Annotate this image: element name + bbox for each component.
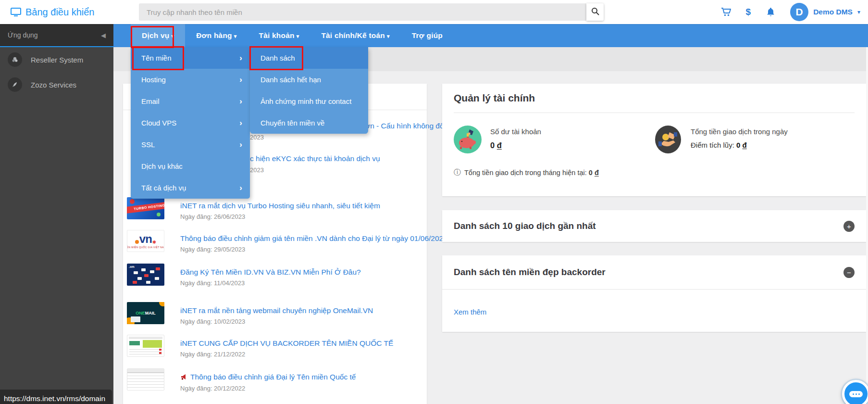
- backorder-card: Danh sách tên miền đẹp backorder − Xem t…: [442, 255, 866, 332]
- backorder-title: Danh sách tên miền đẹp backorder: [454, 267, 606, 278]
- news-title-link[interactable]: iNET ra mắt dịch vụ Turbo Hosting siêu n…: [180, 201, 380, 211]
- zozo-services-icon: [8, 77, 22, 92]
- menu-item-ssl[interactable]: SSL›: [131, 134, 250, 155]
- menu-item-email[interactable]: Email›: [131, 90, 250, 112]
- chevron-right-icon: ›: [239, 54, 242, 62]
- page-title: Bảng điều khiển: [25, 7, 94, 18]
- sidebar-header: Ứng dụng ◀: [0, 24, 113, 47]
- finance-card: Quản lý tài chính: [442, 84, 866, 196]
- minus-icon: −: [847, 269, 851, 276]
- user-name: Demo DMS: [813, 8, 853, 16]
- menu-item-dich-vu-khac[interactable]: Dịch vụ khác: [131, 155, 250, 177]
- collapse-button[interactable]: −: [843, 267, 855, 278]
- sidebar-item-label: Reseller System: [31, 56, 83, 64]
- news-date: Ngày đăng: 10/02/2023: [180, 318, 373, 325]
- daily-transactions-stat: Tổng tiền giao dịch trong ngày Điểm tích…: [654, 126, 855, 153]
- chevron-down-icon: ▾: [171, 33, 174, 39]
- recent-transactions-title: Danh sách 10 giao dịch gần nhất: [454, 221, 596, 231]
- balance-icon[interactable]: $: [746, 7, 751, 17]
- sidebar-collapse-icon[interactable]: ◀: [101, 32, 106, 39]
- reseller-system-icon: [8, 52, 22, 67]
- search-input[interactable]: [139, 3, 586, 21]
- recent-transactions-card: Danh sách 10 giao dịch gần nhất +: [442, 210, 866, 242]
- submenu-item-danh-sach[interactable]: Danh sách: [250, 47, 368, 69]
- news-date-partial: 2023: [250, 134, 264, 141]
- balance-label: Số dư tài khoản: [490, 127, 541, 136]
- sidebar-item-zozo-services[interactable]: Zozo Services: [0, 72, 113, 97]
- notifications-bell-icon[interactable]: [765, 7, 776, 17]
- news-item: Thông báo điều chỉnh giá Đại lý Tên miền…: [127, 368, 421, 399]
- search-button[interactable]: [586, 3, 604, 21]
- quick-search: [139, 3, 604, 21]
- avatar: D: [790, 3, 808, 21]
- services-dropdown-menu: Tên miền› Hosting› Email› Cloud VPS› SSL…: [131, 47, 250, 199]
- nav-item-don-hang[interactable]: Đơn hàng▾: [185, 24, 248, 47]
- user-menu[interactable]: D Demo DMS ▾: [790, 3, 860, 21]
- topbar-actions: $ D Demo DMS ▾: [721, 0, 860, 24]
- sidebar-item-label: Zozo Services: [31, 81, 76, 89]
- submenu-item-chuyen-ten-mien-ve[interactable]: Chuyển tên miền về: [250, 112, 368, 134]
- menu-item-tat-ca-dich-vu[interactable]: Tất cả dịch vụ›: [131, 177, 250, 199]
- main-nav: Dịch vụ▾ Đơn hàng▾ Tài khoản▾ Tài chính/…: [113, 24, 868, 47]
- topbar: Bảng điều khiển $ D Demo DMS ▾: [0, 0, 868, 24]
- news-thumbnail[interactable]: [127, 335, 164, 357]
- sidebar-item-reseller-system[interactable]: Reseller System: [0, 47, 113, 72]
- news-item: vn✱ TÊN MIỀN QUỐC GIA VIỆT NAM Thông báo…: [127, 230, 421, 261]
- chevron-down-icon: ▾: [297, 33, 299, 39]
- news-item: TURBO HOSTING iNET ra mắt dịch vụ Turbo …: [127, 197, 421, 228]
- finance-stats: Số dư tài khoản 0 đ: [454, 126, 855, 153]
- news-title-link[interactable]: Thông báo điều chỉnh giá Đại lý Tên miền…: [180, 372, 356, 382]
- chevron-right-icon: ›: [239, 97, 242, 105]
- balance-stat: Số dư tài khoản 0 đ: [454, 126, 654, 153]
- news-thumbnail[interactable]: TURBO HOSTING: [127, 197, 164, 219]
- nav-item-tai-khoan[interactable]: Tài khoản▾: [248, 24, 310, 47]
- dashboard-screen: Bảng điều khiển $ D Demo DMS ▾: [0, 0, 868, 404]
- news-date: Ngày đăng: 21/12/2022: [180, 351, 393, 358]
- megaphone-icon: [180, 373, 187, 382]
- submenu-item-danh-sach-het-han[interactable]: Danh sách hết hạn: [250, 69, 368, 90]
- chevron-down-icon: ▾: [387, 33, 390, 39]
- monitor-icon: [11, 8, 21, 17]
- chevron-right-icon: ›: [239, 140, 242, 149]
- see-more-link[interactable]: Xem thêm: [454, 308, 486, 316]
- finance-card-title: Quản lý tài chính: [454, 84, 855, 113]
- chat-bubble-icon: [849, 391, 863, 397]
- menu-item-hosting[interactable]: Hosting›: [131, 69, 250, 90]
- app-brand: Bảng điều khiển: [11, 0, 94, 24]
- news-date: Ngày đăng: 29/05/2023: [180, 246, 447, 253]
- chevron-down-icon: ▾: [234, 33, 237, 39]
- chat-widget-button[interactable]: [842, 380, 868, 404]
- scrollbar-track[interactable]: [866, 47, 868, 404]
- news-title-link[interactable]: Thông báo điều chỉnh giảm giá tên miền .…: [180, 234, 447, 243]
- nav-item-dich-vu[interactable]: Dịch vụ▾: [131, 24, 185, 47]
- chevron-right-icon: ›: [239, 76, 242, 84]
- news-date-partial: 2023: [250, 166, 264, 174]
- news-thumbnail[interactable]: [127, 368, 164, 391]
- loyalty-points: Điểm tích lũy: 0 đ: [691, 141, 788, 149]
- status-url-tooltip: https://dms.inet.vn/rms/domain: [0, 390, 112, 404]
- domain-submenu: Danh sách Danh sách hết hạn Ảnh chứng mi…: [250, 47, 368, 134]
- cart-icon[interactable]: [721, 7, 732, 17]
- chevron-right-icon: ›: [239, 184, 242, 192]
- news-thumbnail[interactable]: ONEMAIL: [127, 302, 164, 324]
- menu-item-ten-mien[interactable]: Tên miền›: [131, 47, 250, 69]
- news-title-partial[interactable]: c hiện eKYC xác thực tài khoản dịch vụ: [250, 154, 380, 163]
- sidebar: Ứng dụng ◀ Reseller System Zozo Services: [0, 24, 113, 404]
- expand-button[interactable]: +: [843, 221, 855, 232]
- sidebar-header-label: Ứng dụng: [8, 31, 38, 39]
- news-title-partial[interactable]: ơn - Cấu hình không đổi: [365, 122, 446, 130]
- nav-item-tai-chinh-ke-toan[interactable]: Tài chính/Kế toán▾: [310, 24, 400, 47]
- news-title-link[interactable]: iNET CUNG CẤP DỊCH VỤ BACKORDER TÊN MIỀN…: [180, 339, 393, 348]
- news-item: .vn Đăng Ký Tên Miền ID.VN Và BIZ.VN Miễ…: [127, 264, 421, 294]
- menu-item-cloud-vps[interactable]: Cloud VPS›: [131, 112, 250, 134]
- news-thumbnail[interactable]: vn✱ TÊN MIỀN QUỐC GIA VIỆT NAM: [127, 230, 164, 252]
- news-title-link[interactable]: Đăng Ký Tên Miền ID.VN Và BIZ.VN Miễn Ph…: [180, 267, 361, 277]
- info-icon: ⓘ: [454, 168, 461, 177]
- news-date: Ngày đăng: 26/06/2023: [180, 213, 380, 220]
- news-title-link[interactable]: iNET ra mắt nền tảng webmail chuyên nghi…: [180, 306, 373, 316]
- search-icon: [591, 7, 599, 17]
- nav-item-tro-giup[interactable]: Trợ giúp: [401, 24, 454, 47]
- plus-icon: +: [847, 223, 851, 230]
- news-thumbnail[interactable]: .vn: [127, 264, 164, 286]
- submenu-item-anh-chung-minh-thu[interactable]: Ảnh chứng minh thư contact: [250, 90, 368, 112]
